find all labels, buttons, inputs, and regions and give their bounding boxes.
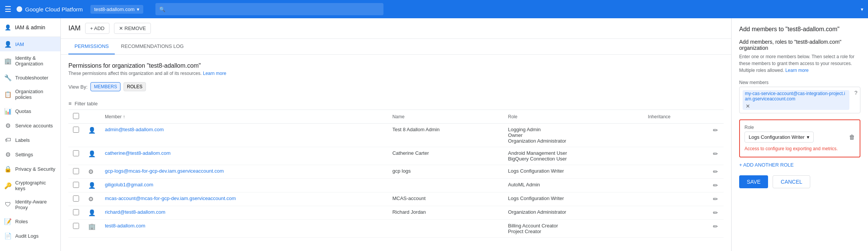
sidebar-item-roles[interactable]: 📝 Roles: [0, 214, 60, 229]
sidebar-item-label: Organization policies: [15, 89, 56, 100]
member-roles: Android Management UserBigQuery Connecti…: [504, 147, 643, 165]
view-members-button[interactable]: MEMBERS: [90, 82, 120, 91]
menu-icon[interactable]: ☰: [5, 5, 11, 14]
search-icon: 🔍: [159, 6, 165, 12]
sidebar-item-iam[interactable]: 👤 IAM: [0, 37, 60, 51]
type-icon: 👤: [88, 127, 96, 133]
panel-learn-more-link[interactable]: Learn more: [785, 68, 808, 73]
app-name: Google Cloud Platform: [25, 6, 83, 13]
member-inheritance: [643, 192, 708, 206]
sidebar-item-label: Troubleshooter: [15, 75, 48, 81]
row-checkbox[interactable]: [73, 195, 79, 202]
sidebar-item-quotas[interactable]: 📊 Quotas: [0, 104, 60, 118]
row-checkbox[interactable]: [73, 182, 79, 188]
tabs-bar: PERMISSIONS RECOMMENDATIONS LOG: [61, 39, 731, 55]
add-button[interactable]: + ADD: [85, 23, 109, 34]
sidebar-item-service-accounts[interactable]: ⚙ Service accounts: [0, 118, 60, 133]
row-checkbox[interactable]: [73, 209, 79, 215]
table-row: 👤 catherine@test8-adallom.com Catherine …: [68, 147, 724, 165]
role-label: Role: [744, 125, 855, 130]
sidebar-item-audit-logs[interactable]: 📄 Audit Logs: [0, 229, 60, 243]
edit-icon[interactable]: ✏: [713, 210, 718, 216]
identity-org-icon: 🏢: [5, 57, 11, 64]
permissions-desc: These permissions affect this organizati…: [68, 71, 724, 76]
type-icon: 👤: [88, 151, 96, 157]
learn-more-link[interactable]: Learn more: [203, 71, 226, 76]
sidebar-item-crypto-keys[interactable]: 🔑 Cryptographic keys: [0, 176, 60, 195]
edit-icon[interactable]: ✏: [713, 151, 718, 157]
service-accounts-icon: ⚙: [5, 122, 11, 129]
svg-point-0: [17, 6, 22, 12]
type-icon: 👤: [88, 210, 96, 216]
edit-icon[interactable]: ✏: [713, 223, 718, 230]
col-name: Name: [388, 110, 503, 124]
permissions-section: Permissions for organization "test8-adal…: [61, 55, 731, 245]
sidebar-item-label: Service accounts: [15, 123, 53, 129]
edit-icon[interactable]: ✏: [713, 196, 718, 202]
member-tag-close[interactable]: ✕: [746, 103, 750, 109]
sidebar-item-label: Cryptographic keys: [15, 180, 56, 191]
tab-permissions[interactable]: PERMISSIONS: [68, 39, 115, 54]
sidebar-item-troubleshooter[interactable]: 🔧 Troubleshooter: [0, 70, 60, 85]
sidebar-item-identity-aware[interactable]: 🛡 Identity-Aware Proxy: [0, 195, 60, 214]
roles-icon: 📝: [5, 218, 11, 225]
topbar-right: ▾: [861, 6, 863, 12]
table-row: ⚙ gcp-logs@mcas-for-gcp-dev.iam.gservice…: [68, 165, 724, 179]
sidebar-item-identity-org[interactable]: 🏢 Identity & Organization: [0, 51, 60, 70]
edit-icon[interactable]: ✏: [713, 182, 718, 189]
member-link[interactable]: gcp-logs@mcas-for-gcp-dev.iam.gserviceac…: [105, 168, 224, 174]
quotas-icon: 📊: [5, 108, 11, 114]
sidebar-item-settings[interactable]: ⚙ Settings: [0, 147, 60, 162]
cancel-button[interactable]: CANCEL: [773, 175, 810, 188]
main-content: IAM + ADD ✕ REMOVE PERMISSIONS RECOMMEND…: [61, 18, 731, 251]
row-checkbox[interactable]: [73, 150, 79, 156]
save-button[interactable]: SAVE: [739, 175, 768, 188]
row-checkbox[interactable]: [73, 223, 79, 229]
permissions-table: Member ↑ Name Role Inheritance 👤 admin@t…: [68, 110, 724, 238]
member-name: Test 8 Adallom Admin: [388, 124, 503, 147]
tab-recommendations-log[interactable]: RECOMMENDATIONS LOG: [115, 39, 190, 54]
google-cloud-icon: [16, 6, 23, 13]
panel-subtitle: Add members, roles to "test8-adallom.com…: [739, 39, 860, 51]
table-row: ⚙ mcas-account@mcas-for-gcp-dev.iam.gser…: [68, 192, 724, 206]
view-roles-button[interactable]: ROLES: [124, 82, 146, 91]
member-name: [388, 220, 503, 238]
add-role-link[interactable]: + ADD ANOTHER ROLE: [739, 162, 860, 168]
sidebar-item-labels[interactable]: 🏷 Labels: [0, 133, 60, 147]
sidebar-item-org-policies[interactable]: 📋 Organization policies: [0, 85, 60, 104]
member-name: Catherine Carter: [388, 147, 503, 165]
edit-icon[interactable]: ✏: [713, 127, 718, 133]
remove-button[interactable]: ✕ REMOVE: [114, 23, 151, 34]
table-row: 🏢 test8-adallom.com Billing Account Crea…: [68, 220, 724, 238]
member-link[interactable]: richard@test8-adallom.com: [105, 209, 165, 215]
col-actions: [708, 110, 724, 124]
add-role-label: + ADD ANOTHER ROLE: [739, 162, 794, 168]
type-icon: 👤: [88, 182, 96, 189]
select-all-checkbox[interactable]: [73, 113, 79, 119]
delete-role-icon[interactable]: 🗑: [849, 134, 855, 141]
audit-logs-icon: 📄: [5, 232, 11, 239]
member-link[interactable]: catherine@test8-adallom.com: [105, 150, 171, 156]
project-selector[interactable]: test8-adallom.com ▾: [90, 5, 143, 14]
sidebar-item-label: Identity & Organization: [15, 55, 56, 67]
edit-icon[interactable]: ✏: [713, 168, 718, 175]
panel-title: Add members to "test8-adallom.com": [739, 26, 860, 33]
member-link[interactable]: mcas-account@mcas-for-gcp-dev.iam.gservi…: [105, 195, 236, 201]
sidebar: 👤 IAM & admin 👤 IAM 🏢 Identity & Organiz…: [0, 18, 61, 251]
member-input[interactable]: my-cas-service-account@cas-integration-p…: [739, 87, 860, 113]
col-type: [84, 110, 100, 124]
search-bar[interactable]: 🔍: [155, 3, 383, 15]
role-description: Access to configure log exporting and me…: [744, 146, 855, 152]
filter-row: ≡ Filter table: [68, 97, 724, 110]
help-icon[interactable]: ?: [854, 90, 857, 96]
role-dropdown[interactable]: Logs Configuration Writer ▾: [744, 132, 814, 143]
member-link[interactable]: giligolub1@gmail.com: [105, 182, 153, 187]
sidebar-item-privacy-security[interactable]: 🔒 Privacy & Security: [0, 162, 60, 176]
row-checkbox[interactable]: [73, 127, 79, 133]
type-icon: 🏢: [88, 223, 96, 230]
row-checkbox[interactable]: [73, 168, 79, 174]
member-link[interactable]: test8-adallom.com: [105, 223, 145, 229]
member-inheritance: [643, 147, 708, 165]
member-link[interactable]: admin@test8-adallom.com: [105, 127, 164, 132]
col-member[interactable]: Member ↑: [100, 110, 388, 124]
